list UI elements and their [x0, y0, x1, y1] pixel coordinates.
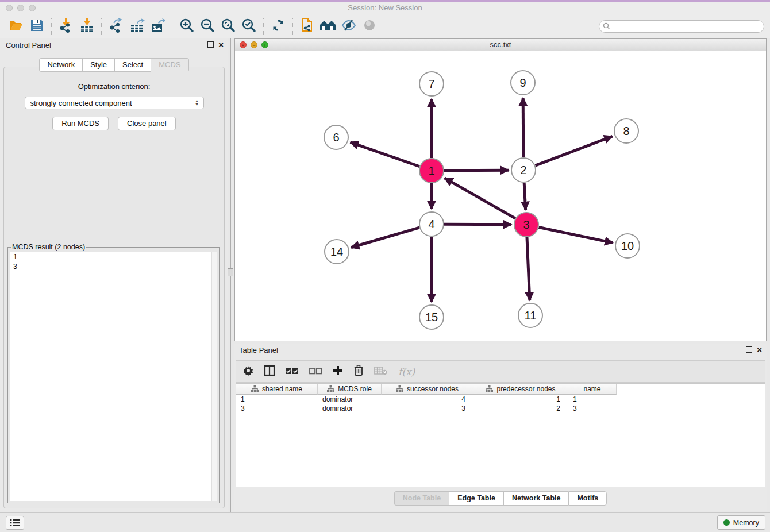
- panel-divider-grip[interactable]: [228, 268, 233, 276]
- network-canvas[interactable]: 7968124314101511: [235, 51, 766, 341]
- graph-edge-3-1[interactable]: [445, 178, 515, 218]
- table-row[interactable]: 3 dominator 3 2 3: [236, 404, 765, 413]
- tab-style[interactable]: Style: [82, 58, 114, 72]
- table-row[interactable]: 1 dominator 4 1 1: [236, 395, 765, 404]
- import-network-icon: [59, 18, 74, 35]
- main-toolbar: [0, 14, 770, 38]
- cell-name[interactable]: 3: [568, 404, 617, 413]
- table-settings-button[interactable]: [243, 365, 253, 378]
- tab-select[interactable]: Select: [114, 58, 151, 72]
- open-session-button[interactable]: [6, 17, 26, 36]
- graph-edge-3-10[interactable]: [539, 228, 613, 243]
- graph-edge-4-3[interactable]: [444, 224, 511, 225]
- select-all-button[interactable]: [286, 367, 298, 377]
- close-panel-button[interactable]: Close panel: [118, 117, 176, 130]
- tab-motifs[interactable]: Motifs: [568, 491, 607, 506]
- zoom-fit-button[interactable]: [218, 17, 238, 36]
- function-builder-button[interactable]: f(x): [398, 366, 415, 377]
- export-table-button[interactable]: [126, 17, 147, 36]
- close-window-button[interactable]: [6, 5, 13, 11]
- zoom-out-button[interactable]: [197, 17, 218, 36]
- column-header-name[interactable]: name: [568, 384, 617, 395]
- criterion-select[interactable]: strongly connected component ▲▼: [25, 97, 204, 109]
- memory-button[interactable]: Memory: [717, 515, 765, 530]
- delete-row-button[interactable]: [354, 365, 363, 378]
- network-overview-button[interactable]: [318, 17, 338, 36]
- tab-network[interactable]: Network: [39, 58, 82, 72]
- refresh-button[interactable]: [268, 17, 288, 36]
- export-image-icon: [150, 18, 165, 35]
- inactive-view-button[interactable]: [359, 17, 380, 36]
- cell-mcds-role[interactable]: dominator: [318, 395, 382, 404]
- graph-edge-4-14[interactable]: [351, 228, 419, 248]
- graph-edge-3-11[interactable]: [527, 237, 530, 300]
- tab-edge-table[interactable]: Edge Table: [449, 491, 503, 506]
- graph-edge-2-8[interactable]: [536, 136, 613, 165]
- task-history-button[interactable]: [6, 516, 24, 530]
- import-network-button[interactable]: [56, 17, 76, 36]
- cell-name[interactable]: 1: [568, 395, 617, 404]
- checked-boxes-icon: [286, 368, 298, 375]
- cell-mcds-role[interactable]: dominator: [318, 404, 382, 413]
- graph-edge-2-9[interactable]: [523, 98, 523, 157]
- export-network-button[interactable]: [106, 17, 126, 36]
- export-network-icon: [109, 18, 124, 35]
- minimize-network-button[interactable]: −: [251, 41, 257, 48]
- memory-label: Memory: [733, 519, 759, 527]
- result-line: 1: [13, 252, 214, 262]
- cell-shared-name[interactable]: 3: [236, 404, 318, 413]
- column-header-predecessor-nodes[interactable]: predecessor nodes: [473, 384, 568, 395]
- tab-node-table[interactable]: Node Table: [394, 491, 449, 506]
- import-table-button[interactable]: [76, 17, 97, 36]
- tab-mcds[interactable]: MCDS: [151, 58, 188, 72]
- graph-node-label-9: 9: [519, 76, 526, 89]
- maximize-network-button[interactable]: +: [261, 41, 268, 48]
- deselect-all-button[interactable]: [309, 367, 322, 377]
- save-session-button[interactable]: [26, 17, 47, 36]
- zoom-selected-button[interactable]: [238, 17, 259, 36]
- graph-edge-1-6[interactable]: [351, 142, 420, 167]
- cell-predecessor-nodes[interactable]: 2: [473, 404, 568, 413]
- search-input[interactable]: [599, 20, 764, 33]
- graph-node-label-3: 3: [523, 218, 529, 231]
- network-window-title: scc.txt: [490, 40, 511, 49]
- table-toolbar: f(x): [236, 360, 765, 383]
- optimization-criterion-label: Optimization criterion:: [4, 82, 224, 91]
- column-header-shared-name[interactable]: shared name: [236, 384, 318, 395]
- close-panel-icon[interactable]: ×: [218, 42, 224, 48]
- minimize-window-button[interactable]: [17, 5, 24, 11]
- duplicate-network-icon: [300, 17, 315, 36]
- zoom-in-button[interactable]: [176, 17, 197, 36]
- cell-successor-nodes[interactable]: 3: [382, 404, 473, 413]
- delete-column-button-disabled[interactable]: [374, 366, 387, 377]
- hide-panels-button[interactable]: [338, 17, 359, 36]
- graph-edge-2-3[interactable]: [524, 183, 525, 210]
- result-scrollbar[interactable]: [211, 252, 217, 501]
- hierarchy-icon: [251, 385, 259, 392]
- cell-successor-nodes[interactable]: 4: [382, 395, 473, 404]
- close-network-button[interactable]: ×: [240, 41, 247, 48]
- column-header-mcds-role[interactable]: MCDS role: [318, 384, 382, 395]
- run-mcds-button[interactable]: Run MCDS: [52, 117, 109, 130]
- tab-network-table[interactable]: Network Table: [503, 491, 569, 506]
- cell-shared-name[interactable]: 1: [236, 395, 318, 404]
- column-header-successor-nodes[interactable]: successor nodes: [382, 384, 473, 395]
- add-column-button[interactable]: [333, 365, 343, 378]
- control-panel: Control Panel × Network Style Select MCD…: [0, 38, 228, 513]
- graph-node-label-10: 10: [621, 240, 634, 252]
- sphere-icon: [363, 19, 376, 34]
- column-label: name: [583, 385, 600, 393]
- close-table-panel-icon[interactable]: ×: [757, 347, 762, 353]
- clone-network-button[interactable]: [297, 17, 318, 36]
- float-panel-icon[interactable]: [207, 41, 214, 48]
- graph-node-label-4: 4: [428, 218, 434, 230]
- show-columns-button[interactable]: [264, 365, 275, 378]
- mcds-result-textarea[interactable]: 1 3: [10, 252, 217, 501]
- cell-predecessor-nodes[interactable]: 1: [473, 395, 568, 404]
- graph-edge-1-2[interactable]: [444, 170, 509, 171]
- network-graph[interactable]: 7968124314101511: [235, 51, 766, 341]
- maximize-window-button[interactable]: [29, 5, 36, 11]
- float-table-panel-icon[interactable]: [746, 346, 752, 353]
- network-window-titlebar[interactable]: × − + scc.txt: [235, 39, 766, 51]
- export-image-button[interactable]: [147, 17, 168, 36]
